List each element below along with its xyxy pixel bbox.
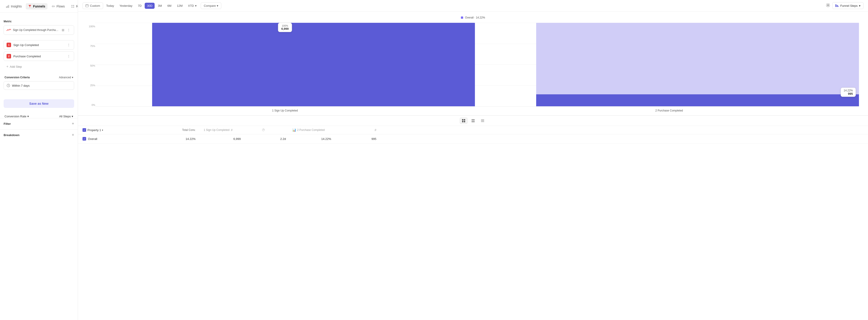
30d-btn[interactable]: 30D — [145, 3, 155, 9]
property-selector[interactable]: Property 1 ▾ — [88, 129, 103, 132]
clock-icon — [6, 84, 10, 87]
retention-icon — [71, 4, 74, 8]
overall-checkbox[interactable]: ✓ — [83, 137, 86, 141]
yesterday-btn[interactable]: Yesterday — [117, 3, 135, 9]
bottom-options-row: Conversion Rate ▾ All Steps ▾ — [4, 115, 74, 118]
nav-insights-label: Insights — [11, 4, 22, 8]
property-chevron-icon: ▾ — [102, 129, 103, 131]
svg-rect-25 — [481, 121, 484, 122]
step2-count-value: 995 — [331, 137, 376, 141]
svg-rect-23 — [481, 119, 484, 120]
filter-add-btn[interactable]: + — [72, 121, 74, 126]
breakdown-add-btn[interactable]: + — [72, 133, 74, 137]
compare-btn[interactable]: Compare ▾ — [201, 2, 221, 9]
bar-2-full — [536, 23, 859, 106]
step-1-label: Sign Up Completed — [13, 43, 64, 47]
svg-rect-7 — [72, 5, 73, 5]
add-step-btn[interactable]: + Add Step — [4, 63, 25, 70]
view-grid-half-btn[interactable] — [469, 117, 477, 124]
filter-label: Filter — [4, 122, 11, 126]
step2-time-value: 2.2d — [241, 137, 286, 141]
svg-rect-2 — [8, 5, 9, 8]
grid-half-icon — [471, 119, 475, 122]
all-steps-btn[interactable]: All Steps ▾ — [59, 115, 73, 118]
view-grid-full-btn[interactable] — [460, 117, 467, 124]
within-days-row[interactable]: Within 7 days — [4, 81, 74, 90]
bar-2-label: 2 Purchase Completed — [655, 109, 683, 112]
step2-conv-icon: 📊 — [292, 128, 296, 132]
svg-point-6 — [73, 7, 74, 8]
property-checkbox[interactable]: ✓ — [83, 128, 86, 132]
step-2-more-btn[interactable]: ⋮ — [66, 54, 71, 59]
svg-point-3 — [71, 5, 72, 6]
bar2-tooltip-val: 995 — [844, 92, 853, 96]
custom-label: Custom — [90, 4, 100, 7]
6m-btn[interactable]: 6M — [165, 3, 174, 9]
svg-rect-15 — [837, 5, 838, 7]
step-1-item[interactable]: 1 Sign Up Completed ⋮ — [4, 40, 74, 50]
xtd-btn[interactable]: XTD ▾ — [186, 3, 199, 9]
step1-header-group: 1 Sign Up Completed # — [195, 128, 241, 132]
settings-btn[interactable] — [826, 3, 830, 8]
funnel-steps-icon — [835, 4, 839, 7]
svg-point-4 — [73, 5, 74, 6]
step1-hash-icon[interactable]: # — [231, 128, 232, 132]
svg-point-5 — [71, 7, 72, 8]
conv-rate-chevron-icon: ▾ — [27, 115, 29, 118]
property-col-header[interactable]: ✓ Property 1 ▾ — [83, 128, 150, 132]
funnel-steps-label: Funnel Steps — [840, 4, 858, 7]
step-2-label: Purchase Completed — [13, 55, 64, 58]
within-days-label: Within 7 days — [12, 84, 30, 87]
funnel-steps-btn[interactable]: Funnel Steps ▾ — [832, 2, 864, 9]
gear-icon — [826, 3, 830, 7]
nav-retention-label: Retention — [76, 4, 78, 8]
metric-more-btn[interactable]: ⋮ — [66, 28, 71, 32]
7d-btn[interactable]: 7D — [135, 3, 144, 9]
svg-rect-20 — [464, 121, 465, 122]
12m-btn[interactable]: 12M — [175, 3, 185, 9]
bar-1[interactable] — [152, 23, 475, 106]
chart-area: Overall · 14.22% 100% 75% 50% 25% 0% — [78, 11, 868, 115]
add-step-plus: + — [6, 65, 8, 69]
svg-rect-21 — [471, 119, 475, 120]
bar1-tooltip-val: 6,999 — [281, 27, 289, 31]
nav-flows[interactable]: Flows — [49, 3, 67, 9]
compare-chevron-icon: ▾ — [217, 4, 218, 7]
step2-header-conv: 📊 2 Purchase Completed — [286, 128, 331, 132]
table-area: ✓ Property 1 ▾ Total Conv. 1 Sign Up Com… — [78, 115, 868, 147]
total-conv-header: Total Conv. — [150, 129, 195, 132]
table-row: ✓ Overall 14.22% 6,999 2.2d 14.22% 995 — [78, 134, 868, 144]
bar-1-group[interactable]: 100% 6,999 1 Sign Up Completed — [95, 23, 475, 106]
step-1-more-btn[interactable]: ⋮ — [66, 43, 71, 47]
svg-rect-14 — [835, 4, 836, 7]
3m-btn[interactable]: 3M — [156, 3, 164, 9]
step2-header-time: ⏱ — [241, 128, 286, 132]
custom-date-btn[interactable]: Custom — [83, 2, 103, 9]
svg-rect-19 — [462, 121, 463, 122]
bar-1-label: 1 Sign Up Completed — [272, 109, 298, 112]
svg-rect-1 — [7, 6, 8, 8]
calendar-icon — [86, 4, 89, 7]
breakdown-label: Breakdown — [4, 133, 20, 137]
breakdown-row: Breakdown + — [0, 129, 78, 141]
conversion-rate-btn[interactable]: Conversion Rate ▾ — [4, 115, 29, 118]
step-2-item[interactable]: 2 Purchase Completed ⋮ — [4, 51, 74, 61]
metric-shrink-btn[interactable]: ⊞ — [61, 28, 65, 32]
svg-rect-16 — [838, 6, 839, 7]
today-btn[interactable]: Today — [104, 3, 116, 9]
advanced-chevron-icon: ▾ — [72, 76, 73, 79]
nav-funnels[interactable]: Funnels — [26, 3, 48, 9]
svg-rect-8 — [72, 6, 72, 7]
metric-card[interactable]: Sign Up Completed through Purchase C... … — [4, 25, 74, 35]
advanced-btn[interactable]: Advanced ▾ — [59, 76, 73, 79]
bar-2-group[interactable]: 14.22% 995 2 Purchase Completed — [479, 23, 859, 106]
bar-2-converted[interactable]: 14.22% 995 — [536, 94, 859, 106]
chart-legend: Overall · 14.22% — [87, 16, 859, 19]
nav-insights[interactable]: Insights — [4, 3, 24, 9]
nav-retention[interactable]: Retention — [69, 3, 78, 9]
metric-card-text: Sign Up Completed through Purchase C... — [13, 29, 59, 32]
view-grid-small-btn[interactable] — [479, 117, 487, 124]
view-toggle — [78, 116, 868, 126]
save-as-new-btn[interactable]: Save as New — [4, 99, 74, 108]
table-header: ✓ Property 1 ▾ Total Conv. 1 Sign Up Com… — [78, 126, 868, 134]
